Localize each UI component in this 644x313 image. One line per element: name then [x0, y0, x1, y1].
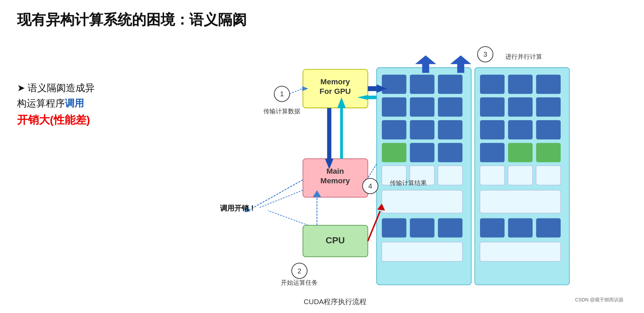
- svg-rect-19: [410, 218, 435, 237]
- svg-rect-6: [410, 97, 435, 116]
- svg-text:1: 1: [280, 90, 284, 98]
- content-area: ➤ 语义隔阂造成异构运算程序调用 开销大(性能差): [17, 40, 627, 306]
- svg-rect-10: [438, 120, 463, 139]
- svg-rect-4: [438, 75, 463, 94]
- diagram-svg: Memory For GPU Main Memory CPU: [133, 40, 627, 306]
- diagram-area: Memory For GPU Main Memory CPU: [133, 40, 627, 306]
- svg-rect-20: [438, 218, 463, 237]
- svg-rect-16: [438, 166, 463, 185]
- svg-rect-8: [382, 120, 407, 139]
- highlight-overhead: 开销大(性能差): [17, 114, 90, 126]
- svg-text:进行并行计算: 进行并行计算: [505, 53, 542, 60]
- svg-rect-22: [480, 75, 505, 94]
- svg-rect-38: [480, 218, 505, 237]
- svg-rect-36: [536, 166, 561, 185]
- svg-rect-11: [382, 143, 407, 162]
- svg-rect-21: [382, 242, 463, 261]
- svg-line-82: [290, 89, 302, 94]
- svg-line-66: [368, 164, 377, 178]
- svg-text:开始运算任务: 开始运算任务: [281, 279, 318, 286]
- highlight-diaoyong: 调用: [65, 98, 84, 109]
- svg-rect-7: [438, 97, 463, 116]
- svg-rect-30: [536, 120, 561, 139]
- slide: 现有异构计算系统的困境：语义隔阂 ➤ 语义隔阂造成异构运算程序调用 开销大(性能…: [0, 0, 644, 313]
- svg-rect-40: [536, 218, 561, 237]
- svg-text:4: 4: [368, 182, 372, 190]
- svg-text:Memory: Memory: [320, 176, 350, 185]
- svg-rect-17: [382, 190, 463, 213]
- svg-text:调用开销！: 调用开销！: [220, 204, 256, 212]
- svg-rect-25: [480, 97, 505, 116]
- svg-text:Memory: Memory: [320, 77, 350, 86]
- svg-rect-39: [508, 218, 533, 237]
- svg-rect-5: [382, 97, 407, 116]
- svg-rect-31: [480, 143, 505, 162]
- svg-rect-9: [410, 120, 435, 139]
- page-title: 现有异构计算系统的困境：语义隔阂: [17, 10, 627, 29]
- svg-rect-3: [410, 75, 435, 94]
- svg-rect-24: [536, 75, 561, 94]
- svg-rect-2: [382, 75, 407, 94]
- svg-rect-32: [508, 143, 533, 162]
- svg-rect-34: [480, 166, 505, 185]
- svg-rect-41: [480, 242, 561, 261]
- left-text-panel: ➤ 语义隔阂造成异构运算程序调用 开销大(性能差): [17, 40, 133, 129]
- svg-text:3: 3: [483, 50, 487, 58]
- svg-rect-18: [382, 218, 407, 237]
- left-line1: ➤ 语义隔阂造成异构运算程序调用: [17, 81, 133, 111]
- svg-rect-37: [480, 190, 561, 213]
- svg-rect-28: [480, 120, 505, 139]
- svg-rect-23: [508, 75, 533, 94]
- svg-text:CUDA程序执行流程: CUDA程序执行流程: [304, 298, 367, 305]
- svg-text:For GPU: For GPU: [319, 87, 351, 96]
- svg-text:2: 2: [298, 267, 301, 275]
- svg-rect-27: [536, 97, 561, 116]
- svg-rect-12: [410, 143, 435, 162]
- svg-rect-33: [536, 143, 561, 162]
- svg-line-84: [259, 190, 303, 208]
- svg-text:传输计算数据: 传输计算数据: [263, 108, 300, 115]
- watermark: CSDN @观于彻而识器: [575, 297, 624, 303]
- svg-rect-26: [508, 97, 533, 116]
- svg-text:传输计算结果: 传输计算结果: [390, 179, 427, 186]
- svg-rect-29: [508, 120, 533, 139]
- svg-text:CPU: CPU: [326, 235, 345, 245]
- svg-rect-13: [438, 143, 463, 162]
- svg-rect-35: [508, 166, 533, 185]
- svg-line-85: [268, 211, 308, 225]
